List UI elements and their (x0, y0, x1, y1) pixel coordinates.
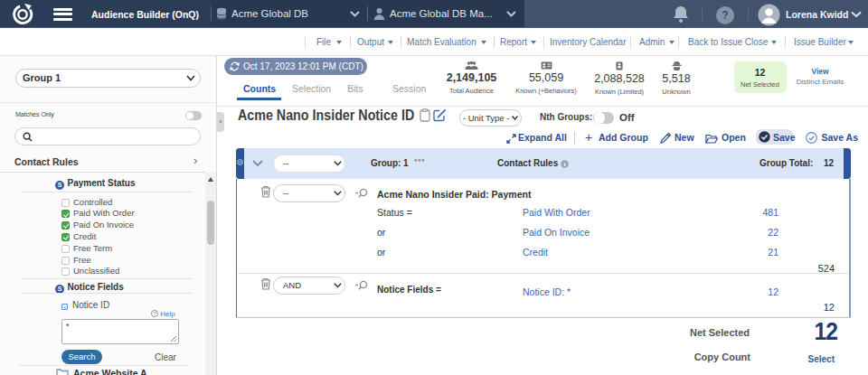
svg-text:i: i (564, 160, 566, 166)
svg-text:?: ? (153, 311, 156, 316)
